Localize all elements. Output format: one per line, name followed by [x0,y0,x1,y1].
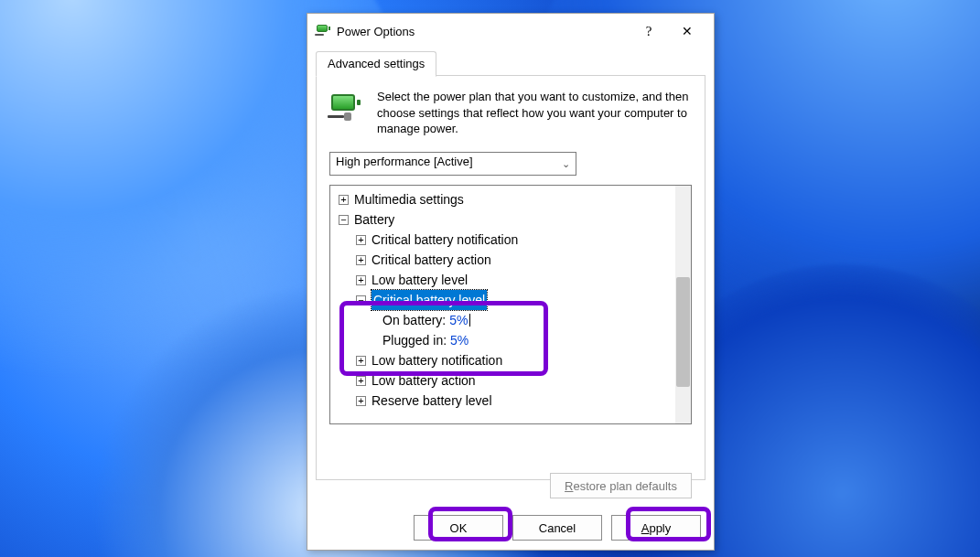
plugged-in-value[interactable]: 5% [447,333,468,348]
ok-button[interactable]: OK [414,515,503,541]
collapse-icon[interactable]: − [356,295,366,305]
power-options-dialog: Power Options ? ✕ Advanced settings Sele… [307,13,715,551]
expand-icon[interactable]: + [356,235,366,245]
cancel-button[interactable]: Cancel [512,515,602,541]
tree-leaf-plugged-in[interactable]: Plugged in:5% [332,330,689,350]
help-button[interactable]: ? [630,17,668,45]
expand-icon[interactable]: + [356,275,366,285]
expand-icon[interactable]: + [356,356,366,366]
tree-node-critical-notification[interactable]: +Critical battery notification [332,230,689,250]
battery-plug-icon [315,23,331,39]
battery-plug-large-icon [329,89,368,127]
tree-leaf-on-battery[interactable]: On battery:5% [332,310,689,330]
tab-page: Select the power plan that you want to c… [316,76,705,480]
tree-node-critical-level[interactable]: −Critical battery level [332,290,689,310]
tree-node-multimedia[interactable]: +Multimedia settings [332,189,689,209]
text-caret-icon [469,314,470,327]
expand-icon[interactable]: + [339,195,349,205]
titlebar: Power Options ? ✕ [307,14,714,48]
tab-advanced-settings[interactable]: Advanced settings [316,51,436,77]
expand-icon[interactable]: + [356,396,366,406]
intro-text: Select the power plan that you want to c… [377,89,692,137]
close-button[interactable]: ✕ [668,17,706,45]
critical-battery-level-label: Critical battery level [372,290,487,310]
tree-node-critical-action[interactable]: +Critical battery action [332,250,689,270]
power-plan-selected-value: High performance [Active] [336,155,473,168]
chevron-down-icon: ⌄ [562,157,570,169]
apply-button[interactable]: Apply [611,515,701,541]
restore-defaults-button[interactable]: Restore plan defaults [550,473,692,498]
scrollbar-thumb[interactable] [676,277,690,387]
dialog-button-row: OK Cancel Apply [307,515,714,541]
tree-node-low-level[interactable]: +Low battery level [332,270,689,290]
tab-strip: Advanced settings [316,48,705,76]
tree-node-low-action[interactable]: +Low battery action [332,370,689,391]
scrollbar[interactable] [675,186,691,423]
tree-node-low-notification[interactable]: +Low battery notification [332,350,689,370]
window-title: Power Options [337,25,415,38]
on-battery-value[interactable]: 5% [446,313,468,327]
expand-icon[interactable]: + [356,376,366,386]
tree-node-battery[interactable]: −Battery [332,209,689,230]
collapse-icon[interactable]: − [339,215,349,225]
tree-node-reserve-level[interactable]: +Reserve battery level [332,391,689,411]
settings-tree[interactable]: +Multimedia settings −Battery +Critical … [329,185,692,424]
expand-icon[interactable]: + [356,255,366,265]
power-plan-select[interactable]: High performance [Active] ⌄ [329,152,576,176]
